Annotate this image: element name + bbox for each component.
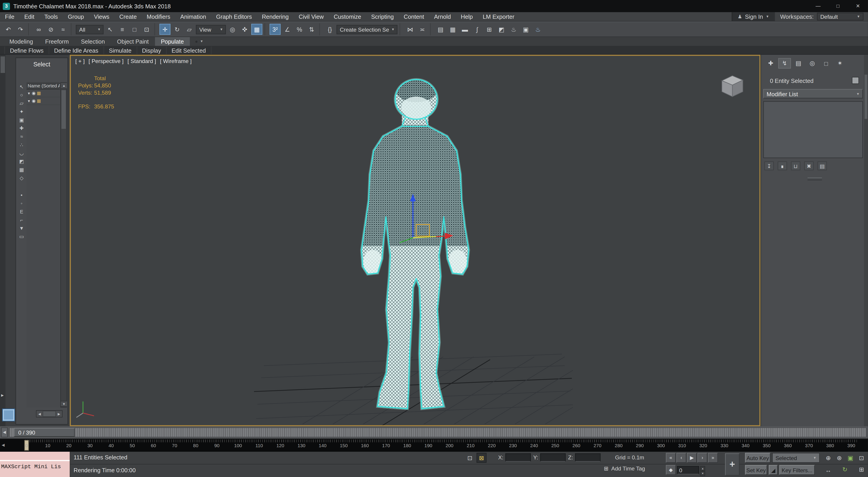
play-button[interactable]: ▶	[687, 453, 697, 463]
key-tangents-button[interactable]: ◢	[769, 465, 778, 475]
ribbon-minimize-icon[interactable]: ▾	[200, 39, 203, 44]
ruler-frame-label[interactable]: 80	[193, 443, 198, 448]
horizontal-scrollbar[interactable]: ◀ ▶	[36, 410, 63, 417]
menu-item-tools[interactable]: Tools	[39, 12, 63, 21]
display-helpers-icon[interactable]: ✚	[18, 125, 25, 132]
set-keys-button[interactable]: +	[725, 453, 740, 475]
ribbon-tool-edit-selected[interactable]: Edit Selected	[167, 46, 211, 54]
key-mode-toggle[interactable]: ◆	[666, 465, 676, 475]
orbit-button[interactable]: ↻	[840, 464, 850, 475]
menu-item-help[interactable]: Help	[456, 12, 478, 21]
bind-to-space-warp-button[interactable]: ≈	[58, 24, 69, 35]
viewport-general-menu[interactable]: [ + ]	[75, 58, 85, 64]
go-to-start-button[interactable]: «	[666, 453, 676, 463]
selection-filter-dropdown[interactable]: All▼	[76, 25, 103, 34]
modifier-list-dropdown[interactable]: Modifier List ▼	[763, 89, 863, 99]
scrollbar-thumb[interactable]	[865, 74, 867, 119]
ruler-frame-label[interactable]: 230	[509, 443, 517, 448]
scroll-up-icon[interactable]: ▲	[61, 83, 67, 89]
minimize-button[interactable]: —	[808, 0, 828, 12]
y-field[interactable]	[540, 453, 566, 462]
ruler-frame-label[interactable]: 210	[467, 443, 474, 448]
dock-tab[interactable]	[0, 57, 5, 73]
ribbon-tool-simulate[interactable]: Simulate	[104, 46, 137, 54]
viewport-standard-menu[interactable]: [ Standard ]	[127, 58, 156, 64]
display-lights-icon[interactable]: ✦	[18, 108, 25, 115]
menu-item-edit[interactable]: Edit	[19, 12, 39, 21]
pin-stack-button[interactable]: ↧	[765, 162, 774, 170]
menu-item-arnold[interactable]: Arnold	[429, 12, 456, 21]
x-field[interactable]	[505, 453, 531, 462]
expand-arrow-icon[interactable]: ▼	[27, 99, 31, 103]
ruler-frame-label[interactable]: 130	[298, 443, 306, 448]
select-and-move-button[interactable]: ✛	[159, 24, 170, 35]
maximize-button[interactable]: □	[828, 0, 848, 12]
ruler-frame-label[interactable]: 350	[763, 443, 771, 448]
ruler-frame-label[interactable]: 220	[488, 443, 496, 448]
pan-button[interactable]: ↔	[823, 464, 834, 475]
select-and-link-button[interactable]: ∞	[33, 24, 44, 35]
menu-item-rendering[interactable]: Rendering	[257, 12, 294, 21]
filter-icon[interactable]: ▼	[18, 225, 25, 232]
scene-explorer-row[interactable]: ▼◉▦	[27, 90, 60, 97]
spinner-up-icon[interactable]: ▴	[700, 466, 705, 471]
ruler-frame-label[interactable]: 160	[361, 443, 369, 448]
display-cameras-icon[interactable]: ▣	[18, 116, 25, 124]
letter-e-panel-icon[interactable]: E	[18, 208, 25, 215]
schematic-view-button[interactable]: ⊞	[484, 24, 495, 35]
menu-item-file[interactable]: File	[0, 12, 19, 21]
display-geometry-icon[interactable]: ○	[18, 91, 25, 99]
ruler-frame-label[interactable]: 40	[108, 443, 114, 448]
use-pivot-center-button[interactable]: ◎	[227, 24, 238, 35]
ribbon-tab-selection[interactable]: Selection	[75, 37, 111, 46]
material-editor-button[interactable]: ◩	[496, 24, 507, 35]
menu-item-lm-exporter[interactable]: LM Exporter	[478, 12, 519, 21]
ruler-frame-label[interactable]: 70	[172, 443, 177, 448]
zoom-region-button[interactable]: ⊡	[856, 453, 867, 464]
display-spacewarps-icon[interactable]: ≈	[18, 133, 25, 140]
rollout-resize-handle[interactable]	[808, 177, 822, 180]
expand-arrow-icon[interactable]: ▼	[27, 91, 31, 95]
display-groups-icon[interactable]: ▦	[18, 166, 25, 173]
ruler-frame-label[interactable]: 390	[847, 443, 855, 448]
menu-item-modifiers[interactable]: Modifiers	[142, 12, 175, 21]
menu-item-animation[interactable]: Animation	[175, 12, 211, 21]
time-slider-handle[interactable]: 0 / 390	[14, 428, 74, 437]
zoom-extents-button[interactable]: ▣	[845, 453, 856, 464]
ruler-frame-label[interactable]: 370	[805, 443, 813, 448]
modify-tab[interactable]: ↯	[778, 58, 791, 69]
scrollbar-thumb[interactable]	[62, 90, 66, 129]
redo-button[interactable]: ↷	[15, 24, 26, 35]
ruler-frame-label[interactable]: 340	[742, 443, 749, 448]
ruler-frame-label[interactable]: 240	[530, 443, 538, 448]
edit-named-selection-sets-button[interactable]: {}	[324, 24, 336, 35]
ruler-frame-label[interactable]: 280	[615, 443, 623, 448]
viewport-canvas[interactable]	[71, 56, 759, 425]
ribbon-tab-modeling[interactable]: Modeling	[3, 37, 39, 46]
isolate-selection-toggle[interactable]: ⊡	[465, 453, 475, 463]
ruler-frame-label[interactable]: 0	[25, 443, 28, 448]
viewport-shading-menu[interactable]: [ Wireframe ]	[160, 58, 192, 64]
ruler-frame-label[interactable]: 380	[826, 443, 834, 448]
ruler-frame-label[interactable]: 30	[87, 443, 92, 448]
time-slider-track[interactable]: 0 / 390	[9, 427, 867, 437]
selection-set-dropdown[interactable]: Selected ▼	[772, 453, 820, 463]
display-materials-icon[interactable]: ◩	[18, 158, 25, 165]
key-filters-button[interactable]: Key Filters...	[779, 465, 815, 475]
ruler-frame-label[interactable]: 310	[678, 443, 686, 448]
named-selection-sets-dropdown[interactable]: Create Selection Se▼	[336, 25, 397, 34]
close-button[interactable]: ✕	[848, 0, 868, 12]
ruler-frame-label[interactable]: 360	[784, 443, 792, 448]
ruler-frame-label[interactable]: 300	[657, 443, 665, 448]
toggle-ribbon-button[interactable]: ▬	[459, 24, 470, 35]
ruler-frame-label[interactable]: 170	[382, 443, 390, 448]
menu-item-scripting[interactable]: Scripting	[366, 12, 399, 21]
select-and-scale-button[interactable]: ▱	[184, 24, 195, 35]
title-bar[interactable]: 3 Timothée Chalamet Max 2018.max - Autod…	[0, 0, 868, 12]
display-xrefs-icon[interactable]: ◇	[18, 174, 25, 182]
vertical-scrollbar[interactable]: ▲ ▼	[60, 82, 67, 407]
workspace-dropdown[interactable]: Default ▼	[817, 13, 864, 20]
object-color-swatch[interactable]	[852, 77, 859, 84]
snaps-toggle[interactable]: 3²	[270, 24, 281, 35]
show-end-result-button[interactable]: ∎	[778, 162, 787, 170]
